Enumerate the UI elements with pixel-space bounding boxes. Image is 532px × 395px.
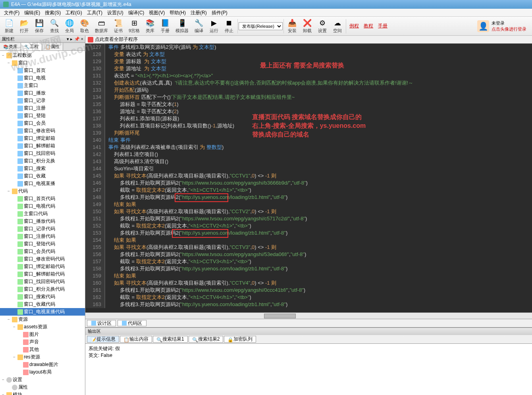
link-例程[interactable]: 例程 [347,23,361,29]
code-line-157[interactable]: 157 截取 = 取指定文本2(返回文本,"<h1>CCTV3</h1>","<… [85,258,532,265]
code-line-146[interactable]: 146 多线程1.开始取网页源码2("https://www.tvsou.com… [85,179,532,187]
tree-item-窗口_播放[interactable]: 窗口_播放 [0,89,85,97]
code-line-150[interactable]: 150 如果 寻找文本(高级列表框2.取项目标题(项目索引),"CCTV2",0… [85,208,532,215]
tree-item-模块[interactable]: −模块 [0,391,85,395]
tree-item-drawable图片[interactable]: drawable图片 [0,361,85,368]
code-line-148[interactable]: 148 多线程3.开始取网页源码2("http://ys.yuenos.com/… [85,194,532,201]
code-line-161[interactable]: 161 多线程1.开始取网页源码2("https://www.tvsou.com… [85,287,532,294]
avatar[interactable]: 👤 [477,20,489,32]
emulator-button[interactable]: 📱模拟器 [173,17,191,35]
open-button[interactable]: 📂打开 [17,17,32,35]
menu-帮助[interactable]: 帮助(H) [167,9,188,16]
tree-item-主窗口代码[interactable]: 主窗口代码 [0,210,85,218]
uninstall-button[interactable]: ❌卸载 [300,17,315,35]
tree-item-res资源[interactable]: −res资源 [0,353,85,361]
user-area[interactable]: 👤未登录点击头像进行登录 [477,20,530,32]
panel-controls[interactable]: ▾ ▸ 📌 × [67,37,83,42]
code-line-153[interactable]: 153 多线程3.开始取网页源码2("http://ys.yuenos.com/… [85,229,532,237]
code-line-127[interactable]: 127事件 多线程3.取网页源码2完毕(源码 为 文本型) [85,44,532,51]
code-line-131[interactable]: 131 表达式 = "<h1>(.*?)</h1><ol><a>(.*?)</a… [85,72,532,79]
tree-item-声音[interactable]: 声音 [0,338,85,346]
code-line-144[interactable]: 144 SuoYin=项目索引 [85,165,532,172]
code-line-163[interactable]: 163 多线程3.开始取网页源码2("http://ys.yuenos.com/… [85,301,532,308]
project-tree[interactable]: −工程数据−窗口窗口_首页窗口_电视主窗口窗口_播放窗口_记录窗口_注册窗口_登… [0,51,85,395]
tree-item-工程数据[interactable]: −工程数据 [0,52,85,59]
code-line-155[interactable]: 155 如果 寻找文本(高级列表框2.取项目标题(项目索引),"CCTV3",0… [85,244,532,251]
panel-tab-工程[interactable]: 🔧工程 [21,43,42,50]
code-line-149[interactable]: 149 结束 如果 [85,201,532,208]
code-line-142[interactable]: 142 列表框1.清空项目() [85,151,532,158]
tree-item-窗口_找回密码[interactable]: 窗口_找回密码 [0,150,85,157]
output-tab-输出内容[interactable]: 📋输出内容 [120,336,152,343]
code-line-135[interactable]: 135 源标题 = 取子匹配文本(1) [85,101,532,108]
code-line-145[interactable]: 145 如果 寻找文本(高级列表框2.取项目标题(项目索引),"CCTV1",0… [85,172,532,179]
code-line-137[interactable]: 137 列表框1.添加项目(源标题) [85,115,532,122]
output-tab-提示信息[interactable]: 📝提示信息 [87,336,119,343]
settings-button[interactable]: ⚙设置 [315,17,330,35]
tree-item-窗口_搜索[interactable]: 窗口_搜索 [0,165,85,172]
design-tab-代码区[interactable]: 代码区 [118,320,146,326]
code-line-136[interactable]: 136 源地址 = 取子匹配文本(2) [85,108,532,115]
find-button[interactable]: 🔍查找 [47,17,62,35]
space-button[interactable]: ☁空间 [330,17,345,35]
code-line-151[interactable]: 151 多线程1.开始取网页源码2("https://www.tvsou.com… [85,215,532,222]
tree-item-窗口_记录代码[interactable]: 窗口_记录代码 [0,225,85,233]
tree-item-窗口_积分兑换[interactable]: 窗口_积分兑换 [0,157,85,165]
panel-tab-类库[interactable]: 📚类库 [0,43,21,50]
color-button[interactable]: 🎨取色 [77,17,92,35]
code-line-128[interactable]: 128 变量 表达式 为 文本型 [85,51,532,58]
lib-button[interactable]: 📚类库 [143,17,158,35]
link-教程[interactable]: 教程 [361,23,376,29]
tree-item-代码[interactable]: −代码 [0,187,85,195]
code-line-132[interactable]: 132 创建表达式(表达式,真,真) '!请注意,表达式中不要有{}这俩符合,否… [85,79,532,87]
tree-item-主窗口[interactable]: 主窗口 [0,82,85,89]
tree-item-窗口_收藏[interactable]: 窗口_收藏 [0,172,85,180]
code-line-130[interactable]: 130 变量 源地址 为 文本型 [85,65,532,72]
menu-插件[interactable]: 插件(P) [209,9,230,16]
tree-item-窗口_登陆[interactable]: 窗口_登陆 [0,112,85,119]
menu-工程[interactable]: 工程(G) [63,9,84,16]
design-tab-设计区[interactable]: 设计区 [87,320,116,326]
menu-文件[interactable]: 文件(F) [2,9,22,16]
build-mode-select[interactable]: 发布版(Release) [239,22,283,30]
menu-设置[interactable]: 设置(U) [105,9,126,16]
tree-item-窗口_播放代码[interactable]: 窗口_播放代码 [0,218,85,225]
code-line-139[interactable]: 139 判断循环尾 [85,129,532,137]
tree-item-窗口_绑定邮箱代码[interactable]: 窗口_绑定邮箱代码 [0,263,85,270]
new-button[interactable]: 📄新建 [2,17,17,35]
code-line-129[interactable]: 129 变量 源标题 为 文本型 [85,58,532,65]
tree-item-属性[interactable]: 属性 [0,383,85,391]
tree-item-设置[interactable]: −设置 [0,376,85,383]
code-line-147[interactable]: 147 截取 = 取指定文本2(返回文本,"<h1>CCTV1</h1>","<… [85,187,532,194]
menu-工具[interactable]: 工具(T) [85,9,105,16]
tree-item-窗口_电视直播[interactable]: 窗口_电视直播 [0,180,85,187]
tree-item-窗口_解绑邮箱代码[interactable]: 窗口_解绑邮箱代码 [0,270,85,278]
tree-item-窗口_记录[interactable]: 窗口_记录 [0,97,85,104]
tree-item-窗口_搜索代码[interactable]: 窗口_搜索代码 [0,293,85,301]
tree-item-窗口_修改密码[interactable]: 窗口_修改密码 [0,127,85,135]
code-line-160[interactable]: 160 如果 寻找文本(高级列表框2.取项目标题(项目索引),"CCTV4",0… [85,279,532,287]
menu-搜索[interactable]: 搜索(S) [42,9,63,16]
save-button[interactable]: 💾保存 [32,17,47,35]
menu-编辑[interactable]: 编辑(E) [22,9,42,16]
global-button[interactable]: 🌐全局 [62,17,77,35]
code-line-134[interactable]: 134 判断循环首 匹配下一个()'下面子文本是匹配结果,请把子文本赋值到相应组… [85,94,532,101]
tree-item-assets资源[interactable]: −assets资源 [0,323,85,331]
code-line-133[interactable]: 133 开始匹配(源码) [85,87,532,94]
tree-item-窗口_修改密码代码[interactable]: 窗口_修改密码代码 [0,255,85,263]
code-editor[interactable]: 最上面还有 需要全局搜索替换 直播页面代码 搜索域名替换成你自己的 右上角-搜索… [85,44,532,312]
code-header[interactable]: 点此查看全部子程序 [85,36,532,44]
tree-item-图片[interactable]: 图片 [0,331,85,338]
output-tab-加密队列[interactable]: 🔒加密队列 [224,336,256,343]
tree-item-资源[interactable]: −资源 [0,316,85,323]
code-line-162[interactable]: 162 截取 = 取指定文本2(返回文本,"<h1>CCTV4</h1>","<… [85,294,532,301]
tree-item-窗口_会员代码[interactable]: 窗口_会员代码 [0,248,85,255]
tree-item-窗口_注册代码[interactable]: 窗口_注册代码 [0,233,85,240]
manual-button[interactable]: 📘手册 [158,17,173,35]
tree-item-窗口[interactable]: −窗口 [0,59,85,67]
compile-button[interactable]: 🔧编译 [191,17,206,35]
menu-注册[interactable]: 注册(R) [188,9,209,16]
code-line-140[interactable]: 140结束 事件 [85,137,532,144]
tree-item-窗口_电视[interactable]: 窗口_电视 [0,74,85,82]
link-手册[interactable]: 手册 [376,23,390,29]
